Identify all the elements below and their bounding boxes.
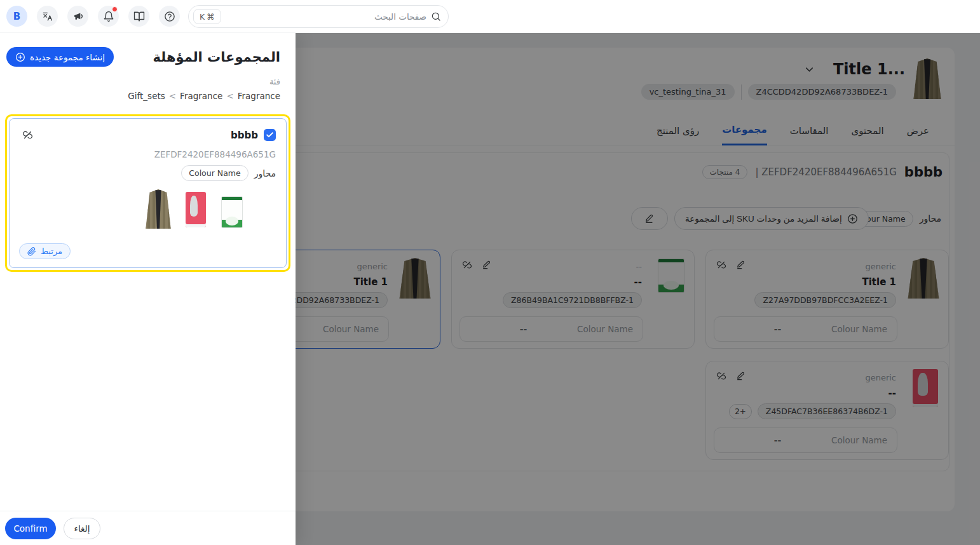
topbar-icons: B: [0, 6, 180, 27]
megaphone-icon: [72, 11, 84, 22]
create-group-button[interactable]: إنشاء مجموعة جديدة: [6, 47, 114, 67]
axis-chip: Colour Name: [181, 165, 248, 181]
top-bar: B K⌘: [0, 0, 980, 33]
panel-title: المجموعات المؤهلة: [153, 50, 280, 65]
group-sku: ZEFDF2420EF884496A651G: [20, 149, 276, 159]
notifications-button[interactable]: [98, 6, 119, 27]
global-search: K⌘: [188, 5, 449, 28]
axes-label: محاور: [254, 168, 276, 178]
search-icon: [431, 11, 441, 22]
group-thumbnails: [20, 189, 276, 229]
linked-badge[interactable]: مرتبط: [19, 243, 71, 259]
panel-footer: Confirm إلغاء: [0, 511, 296, 545]
help-button[interactable]: [159, 6, 180, 27]
help-icon: [164, 11, 175, 22]
translate-icon: [42, 11, 53, 22]
announcements-button[interactable]: [67, 6, 88, 27]
product-thumbnail: [145, 189, 172, 229]
confirm-button[interactable]: Confirm: [5, 518, 56, 539]
search-input[interactable]: [188, 5, 449, 28]
search-shortcut-badge: K⌘: [193, 9, 221, 24]
unlink-icon[interactable]: [22, 130, 33, 140]
check-icon: [266, 131, 274, 139]
bell-icon: [103, 11, 114, 22]
group-name: bbbb: [231, 130, 258, 141]
product-thumbnail: [184, 192, 207, 229]
notification-dot: [112, 6, 118, 12]
translate-button[interactable]: [37, 6, 58, 27]
eligible-groups-panel: المجموعات المؤهلة إنشاء مجموعة جديدة فئة…: [0, 33, 296, 545]
product-thumbnail: [220, 196, 244, 229]
category-label: فئة: [0, 67, 296, 86]
paperclip-icon: [27, 247, 36, 256]
breadcrumb: Gift_sets<Fragrance<Fragrance: [0, 86, 296, 101]
highlighted-group-card: bbbb ZEFDF2420EF884496A651G محاور Colour…: [5, 114, 290, 272]
user-avatar[interactable]: B: [6, 6, 27, 27]
book-icon: [133, 11, 145, 22]
docs-button[interactable]: [128, 6, 149, 27]
group-checkbox[interactable]: [264, 129, 276, 141]
cancel-button[interactable]: إلغاء: [64, 518, 100, 539]
group-card[interactable]: bbbb ZEFDF2420EF884496A651G محاور Colour…: [9, 118, 287, 268]
command-icon: ⌘: [207, 12, 215, 22]
plus-circle-icon: [15, 52, 25, 62]
